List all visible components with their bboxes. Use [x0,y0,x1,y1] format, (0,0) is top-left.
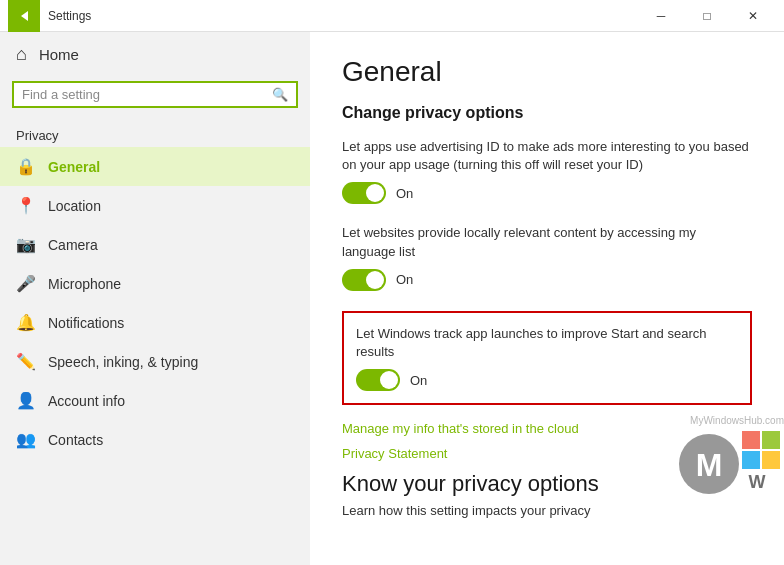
sidebar-item-contacts[interactable]: 👥 Contacts [0,420,310,459]
microphone-label: Microphone [48,276,121,292]
close-button[interactable]: ✕ [730,0,776,32]
main-layout: ⌂ Home 🔍 Privacy 🔒 General 📍 Location 📷 … [0,32,784,565]
sidebar-item-general[interactable]: 🔒 General [0,147,310,186]
svg-marker-0 [21,11,28,21]
option-advertising-text: Let apps use advertising ID to make ads … [342,138,752,174]
option-language: Let websites provide locally relevant co… [342,224,752,290]
account-label: Account info [48,393,125,409]
option-language-text: Let websites provide locally relevant co… [342,224,752,260]
sidebar-item-speech[interactable]: ✏️ Speech, inking, & typing [0,342,310,381]
toggle-row-track: On [356,369,738,391]
option-track-text: Let Windows track app launches to improv… [356,325,738,361]
titlebar-left: Settings [8,0,91,32]
toggle-advertising[interactable] [342,182,386,204]
link-privacy[interactable]: Privacy Statement [342,446,752,461]
sidebar-item-microphone[interactable]: 🎤 Microphone [0,264,310,303]
home-icon: ⌂ [16,44,27,65]
back-button[interactable] [8,0,40,32]
svg-rect-6 [762,451,780,469]
speech-icon: ✏️ [16,352,36,371]
toggle-track[interactable] [356,369,400,391]
sidebar-item-notifications[interactable]: 🔔 Notifications [0,303,310,342]
toggle-label-advertising: On [396,186,413,201]
know-text: Learn how this setting impacts your priv… [342,503,752,518]
general-icon: 🔒 [16,157,36,176]
speech-label: Speech, inking, & typing [48,354,198,370]
toggle-knob-advertising [366,184,384,202]
toggle-row-advertising: On [342,182,752,204]
sidebar-section-label: Privacy [0,120,310,147]
search-icon: 🔍 [272,87,288,102]
toggle-label-track: On [410,373,427,388]
link-cloud[interactable]: Manage my info that's stored in the clou… [342,421,752,436]
contacts-icon: 👥 [16,430,36,449]
sidebar-item-account[interactable]: 👤 Account info [0,381,310,420]
maximize-button[interactable]: □ [684,0,730,32]
toggle-label-language: On [396,272,413,287]
sidebar-item-camera[interactable]: 📷 Camera [0,225,310,264]
camera-icon: 📷 [16,235,36,254]
sidebar: ⌂ Home 🔍 Privacy 🔒 General 📍 Location 📷 … [0,32,310,565]
content-area: General Change privacy options Let apps … [310,32,784,565]
contacts-label: Contacts [48,432,103,448]
minimize-button[interactable]: ─ [638,0,684,32]
section-title: Change privacy options [342,104,752,122]
toggle-row-language: On [342,269,752,291]
home-label: Home [39,46,79,63]
location-icon: 📍 [16,196,36,215]
toggle-language[interactable] [342,269,386,291]
sidebar-item-location[interactable]: 📍 Location [0,186,310,225]
search-box[interactable]: 🔍 [12,81,298,108]
know-title: Know your privacy options [342,471,752,497]
window-title: Settings [48,9,91,23]
option-advertising: Let apps use advertising ID to make ads … [342,138,752,204]
search-input[interactable] [22,87,272,102]
window-controls: ─ □ ✕ [638,0,776,32]
toggle-knob-language [366,271,384,289]
account-icon: 👤 [16,391,36,410]
notifications-label: Notifications [48,315,124,331]
page-title: General [342,56,752,88]
titlebar: Settings ─ □ ✕ [0,0,784,32]
microphone-icon: 🎤 [16,274,36,293]
notifications-icon: 🔔 [16,313,36,332]
location-label: Location [48,198,101,214]
svg-rect-4 [762,431,780,449]
camera-label: Camera [48,237,98,253]
home-nav-item[interactable]: ⌂ Home [0,32,310,77]
toggle-knob-track [380,371,398,389]
general-label: General [48,159,100,175]
option-track-highlighted: Let Windows track app launches to improv… [342,311,752,405]
